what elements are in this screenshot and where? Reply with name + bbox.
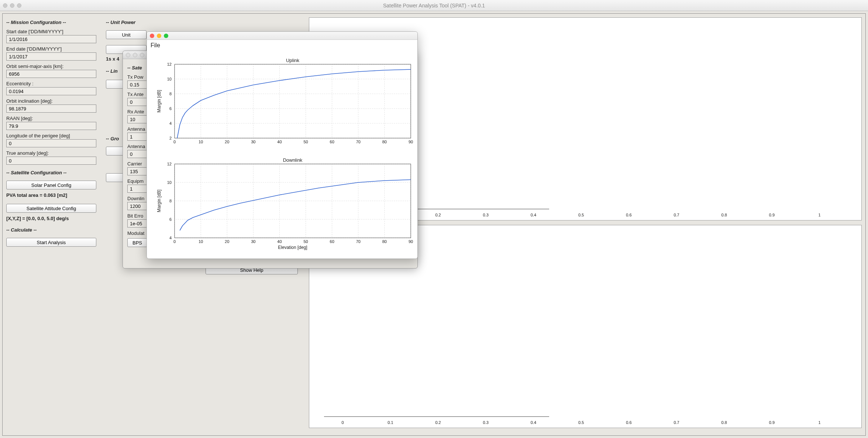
zoom-icon[interactable] — [17, 3, 21, 8]
minimize-icon[interactable] — [10, 3, 14, 8]
window-title: Satellite Power Analysis Tool (SPAT) - v… — [0, 3, 868, 8]
app-titlebar: Satellite Power Analysis Tool (SPAT) - v… — [0, 0, 868, 11]
close-icon[interactable] — [3, 3, 7, 8]
window-controls — [3, 3, 21, 8]
